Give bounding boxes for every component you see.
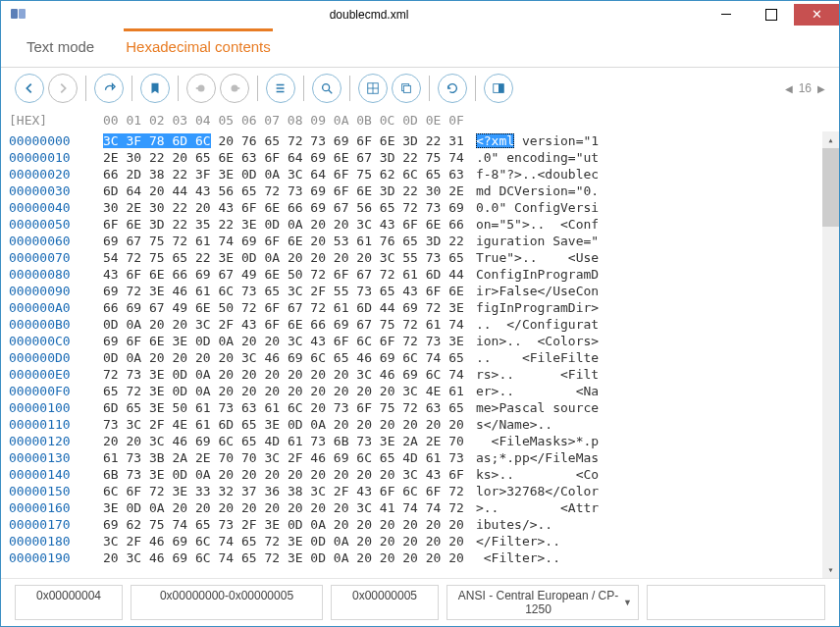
hex-row[interactable]: 000000C069 6F 6E 3E 0D 0A 20 20 3C 43 6F… [9, 333, 599, 349]
grid-button[interactable] [358, 74, 388, 103]
ascii[interactable]: ion>.. <Colors> [464, 333, 599, 349]
bytes[interactable]: 6F 6E 3D 22 35 22 3E 0D 0A 20 20 3C 43 6… [87, 216, 464, 233]
bookmark-button[interactable] [140, 74, 170, 103]
ascii[interactable]: md DCVersion="0. [464, 183, 599, 199]
bytes[interactable]: 69 62 75 74 65 73 2F 3E 0D 0A 20 20 20 2… [87, 516, 464, 533]
hex-row[interactable]: 0000019020 3C 46 69 6C 74 65 72 3E 0D 0A… [9, 549, 599, 566]
ascii[interactable]: <?xml version="1 [464, 132, 599, 149]
hex-row[interactable]: 0000009069 72 3E 46 61 6C 73 65 3C 2F 55… [9, 283, 599, 299]
ascii[interactable]: er>.. <Na [464, 383, 599, 399]
hex-row[interactable]: 000000306D 64 20 44 43 56 65 72 73 69 6F… [9, 183, 599, 199]
ascii[interactable]: ibutes/>.. [464, 516, 599, 533]
page-prev-icon[interactable]: ◀ [785, 83, 793, 94]
bytes[interactable]: 43 6F 6E 66 69 67 49 6E 50 72 6F 67 72 6… [87, 266, 464, 283]
encoding-select[interactable]: ANSI - Central European / CP-1250 ▼ [446, 585, 639, 620]
bytes[interactable]: 6D 64 20 44 43 56 65 72 73 69 6F 6E 3D 2… [87, 183, 464, 199]
hex-row[interactable]: 000000E072 73 3E 0D 0A 20 20 20 20 20 20… [9, 366, 599, 383]
scroll-thumb[interactable] [822, 148, 839, 227]
bytes[interactable]: 69 67 75 72 61 74 69 6F 6E 20 53 61 76 6… [87, 233, 464, 249]
ascii[interactable]: >.. <Attr [464, 499, 599, 516]
ascii[interactable]: figInProgramDir> [464, 299, 599, 316]
bytes[interactable]: 73 3C 2F 4E 61 6D 65 3E 0D 0A 20 20 20 2… [87, 416, 464, 433]
ascii[interactable]: s</Name>.. [464, 416, 599, 433]
hex-row[interactable]: 0000012020 20 3C 46 69 6C 65 4D 61 73 6B… [9, 433, 599, 449]
bytes[interactable]: 54 72 75 65 22 3E 0D 0A 20 20 20 20 3C 5… [87, 249, 464, 266]
ascii[interactable]: </Filter>.. [464, 533, 599, 549]
ascii[interactable]: rs>.. <Filt [464, 366, 599, 383]
hex-row[interactable]: 000000F065 72 3E 0D 0A 20 20 20 20 20 20… [9, 383, 599, 399]
bytes[interactable]: 3E 0D 0A 20 20 20 20 20 20 20 20 3C 41 7… [87, 499, 464, 516]
hex-row[interactable]: 0000017069 62 75 74 65 73 2F 3E 0D 0A 20… [9, 516, 599, 533]
tab-text-mode[interactable]: Text mode [25, 38, 96, 67]
ascii[interactable]: lor>32768</Color [464, 483, 599, 499]
bytes[interactable]: 6B 73 3E 0D 0A 20 20 20 20 20 20 20 20 3… [87, 466, 464, 483]
list-button[interactable] [266, 74, 295, 103]
hex-row[interactable]: 0000013061 73 3B 2A 2E 70 70 3C 2F 46 69… [9, 449, 599, 466]
hex-row[interactable]: 0000004030 2E 30 22 20 43 6F 6E 66 69 67… [9, 199, 599, 216]
ascii[interactable]: .0" encoding="ut [464, 149, 599, 166]
bytes[interactable]: 66 2D 38 22 3F 3E 0D 0A 3C 64 6F 75 62 6… [87, 166, 464, 183]
hex-row[interactable]: 000000102E 30 22 20 65 6E 63 6F 64 69 6E… [9, 149, 599, 166]
bytes[interactable]: 20 3C 46 69 6C 74 65 72 3E 0D 0A 20 20 2… [87, 549, 464, 566]
minimize-button[interactable] [704, 4, 749, 26]
search-button[interactable] [312, 74, 341, 103]
bytes[interactable]: 0D 0A 20 20 20 20 3C 46 69 6C 65 46 69 6… [87, 349, 464, 366]
ascii[interactable]: 0.0" ConfigVersi [464, 199, 599, 216]
hex-row[interactable]: 000001006D 65 3E 50 61 73 63 61 6C 20 73… [9, 399, 599, 416]
hex-row[interactable]: 000000003C 3F 78 6D 6C 20 76 65 72 73 69… [9, 132, 599, 149]
ascii[interactable]: as;*.pp</FileMas [464, 449, 599, 466]
bytes[interactable]: 3C 2F 46 69 6C 74 65 72 3E 0D 0A 20 20 2… [87, 533, 464, 549]
hex-row[interactable]: 000001803C 2F 46 69 6C 74 65 72 3E 0D 0A… [9, 533, 599, 549]
ascii[interactable]: on="5">.. <Conf [464, 216, 599, 233]
ascii[interactable]: True">.. <Use [464, 249, 599, 266]
ascii[interactable]: ir>False</UseCon [464, 283, 599, 299]
hex-row[interactable]: 000000D00D 0A 20 20 20 20 3C 46 69 6C 65… [9, 349, 599, 366]
page-indicator[interactable]: ◀ 16 ▶ [785, 81, 825, 95]
hex-row[interactable]: 000001603E 0D 0A 20 20 20 20 20 20 20 20… [9, 499, 599, 516]
next-bookmark-button[interactable] [220, 74, 249, 103]
hex-row[interactable]: 000000506F 6E 3D 22 35 22 3E 0D 0A 20 20… [9, 216, 599, 233]
scroll-down-icon[interactable]: ▾ [822, 561, 839, 578]
ascii[interactable]: me>Pascal source [464, 399, 599, 416]
bytes[interactable]: 6C 6F 72 3E 33 32 37 36 38 3C 2F 43 6F 6… [87, 483, 464, 499]
copy-button[interactable] [392, 74, 421, 103]
ascii[interactable]: f-8"?>..<doublec [464, 166, 599, 183]
tab-hex-mode[interactable]: Hexadecimal contents [124, 28, 273, 67]
hex-row[interactable]: 000000B00D 0A 20 20 3C 2F 43 6F 6E 66 69… [9, 316, 599, 333]
hex-row[interactable]: 0000006069 67 75 72 61 74 69 6F 6E 20 53… [9, 233, 599, 249]
bytes[interactable]: 6D 65 3E 50 61 73 63 61 6C 20 73 6F 75 7… [87, 399, 464, 416]
bytes[interactable]: 2E 30 22 20 65 6E 63 6F 64 69 6E 67 3D 2… [87, 149, 464, 166]
refresh-button[interactable] [438, 74, 467, 103]
ascii[interactable]: ks>.. <Co [464, 466, 599, 483]
scroll-up-icon[interactable]: ▴ [822, 131, 839, 148]
bytes[interactable]: 72 73 3E 0D 0A 20 20 20 20 20 20 3C 46 6… [87, 366, 464, 383]
hex-row[interactable]: 0000008043 6F 6E 66 69 67 49 6E 50 72 6F… [9, 266, 599, 283]
bytes[interactable]: 66 69 67 49 6E 50 72 6F 67 72 61 6D 44 6… [87, 299, 464, 316]
hex-row[interactable]: 000000A066 69 67 49 6E 50 72 6F 67 72 61… [9, 299, 599, 316]
ascii[interactable]: iguration Save=" [464, 233, 599, 249]
prev-bookmark-button[interactable] [186, 74, 216, 103]
close-button[interactable]: ✕ [794, 4, 839, 26]
ascii[interactable]: <Filter>.. [464, 549, 599, 566]
page-next-icon[interactable]: ▶ [817, 83, 825, 94]
ascii[interactable]: .. <FileFilte [464, 349, 599, 366]
forward-button[interactable] [48, 74, 78, 103]
maximize-button[interactable] [749, 4, 794, 26]
ascii[interactable]: ConfigInProgramD [464, 266, 599, 283]
bytes[interactable]: 30 2E 30 22 20 43 6F 6E 66 69 67 56 65 7… [87, 199, 464, 216]
bytes[interactable]: 61 73 3B 2A 2E 70 70 3C 2F 46 69 6C 65 4… [87, 449, 464, 466]
back-button[interactable] [15, 74, 44, 103]
scroll-track[interactable] [822, 148, 839, 561]
bytes[interactable]: 69 6F 6E 3E 0D 0A 20 20 3C 43 6F 6C 6F 7… [87, 333, 464, 349]
ascii[interactable]: .. </Configurat [464, 316, 599, 333]
bytes[interactable]: 20 20 3C 46 69 6C 65 4D 61 73 6B 73 3E 2… [87, 433, 464, 449]
bytes[interactable]: 65 72 3E 0D 0A 20 20 20 20 20 20 20 20 3… [87, 383, 464, 399]
panel-button[interactable] [484, 74, 513, 103]
vertical-scrollbar[interactable]: ▴ ▾ [822, 131, 839, 578]
redo-button[interactable] [94, 74, 124, 103]
ascii[interactable]: <FileMasks>*.p [464, 433, 599, 449]
bytes[interactable]: 0D 0A 20 20 3C 2F 43 6F 6E 66 69 67 75 7… [87, 316, 464, 333]
bytes[interactable]: 3C 3F 78 6D 6C 20 76 65 72 73 69 6F 6E 3… [87, 132, 464, 149]
hex-row[interactable]: 0000007054 72 75 65 22 3E 0D 0A 20 20 20… [9, 249, 599, 266]
hex-row[interactable]: 000001506C 6F 72 3E 33 32 37 36 38 3C 2F… [9, 483, 599, 499]
